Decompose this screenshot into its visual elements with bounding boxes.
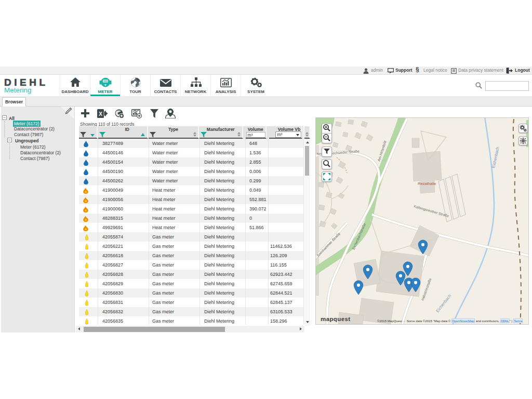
svg-text:X: X xyxy=(99,111,102,117)
